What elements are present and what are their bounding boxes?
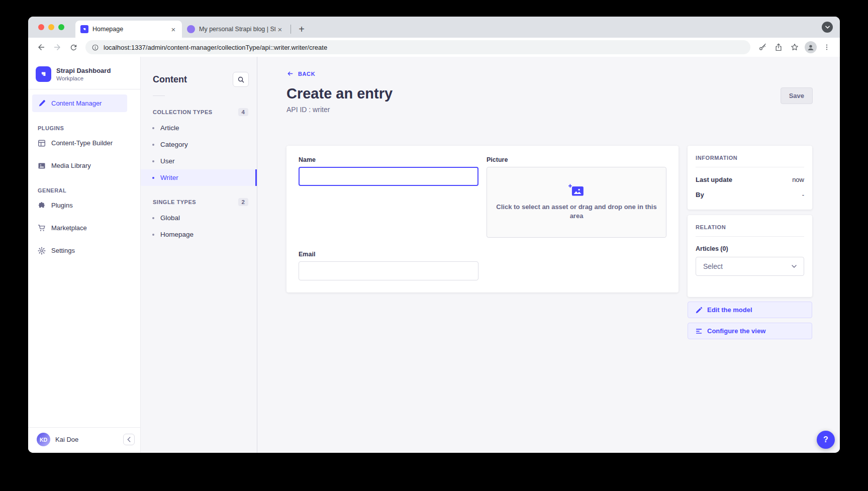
close-tab-icon[interactable]: × — [169, 25, 178, 34]
strapi-favicon-icon — [80, 25, 88, 33]
tab-title: Homepage — [92, 26, 169, 33]
back-button[interactable] — [34, 40, 48, 54]
single-type-global[interactable]: Global — [141, 210, 257, 226]
strapi-admin: Strapi Dashboard Workplace Content Manag… — [28, 57, 840, 453]
tab-separator — [291, 25, 291, 34]
browser-toolbar: localhost:1337/admin/content-manager/col… — [28, 38, 840, 57]
divider — [696, 167, 804, 167]
name-field: Name — [299, 156, 478, 238]
articles-relation-label: Articles (0) — [696, 245, 804, 252]
tab-title: My personal Strapi blog | Strap — [199, 26, 275, 33]
main-content: BACK Create an entry API ID : writer Sav… — [257, 57, 840, 453]
by-value: - — [802, 191, 804, 199]
collection-type-user[interactable]: User — [141, 153, 257, 169]
articles-select[interactable]: Select — [696, 257, 804, 276]
information-title: INFORMATION — [696, 155, 804, 161]
last-update-row: Last update now — [696, 176, 804, 183]
close-tab-icon[interactable]: × — [275, 25, 284, 34]
chevron-down-icon — [792, 265, 797, 268]
information-panel: INFORMATION Last update now By - — [688, 146, 812, 210]
bullet-icon — [152, 217, 154, 219]
browser-menu-icon[interactable] — [820, 40, 834, 54]
last-update-value: now — [792, 176, 804, 183]
name-input[interactable] — [299, 167, 478, 186]
page-title: Create an entry — [286, 85, 393, 102]
collection-types-count: 4 — [238, 108, 248, 116]
select-value: Select — [703, 262, 723, 270]
sidebar-item-settings[interactable]: Settings — [32, 242, 127, 259]
bullet-icon — [152, 160, 154, 162]
single-type-label: Homepage — [160, 231, 194, 238]
sidebar-item-label: Content Manager — [51, 100, 102, 107]
collapse-sidebar-button[interactable] — [123, 434, 135, 445]
sidebar-item-media-library[interactable]: Media Library — [32, 157, 127, 174]
user-avatar: KD — [37, 433, 50, 446]
bullet-icon — [152, 177, 154, 179]
help-button[interactable]: ? — [817, 431, 835, 449]
brand-title: Strapi Dashboard — [56, 67, 111, 75]
sidebar-item-label: Settings — [51, 247, 75, 254]
by-label: By — [696, 191, 704, 199]
divider — [153, 95, 165, 96]
sidebar-item-content-manager[interactable]: Content Manager — [32, 94, 127, 112]
subnav-title: Content — [153, 74, 187, 85]
back-link[interactable]: BACK — [286, 70, 315, 77]
sidebar-item-marketplace[interactable]: Marketplace — [32, 219, 127, 237]
save-button[interactable]: Save — [781, 87, 813, 104]
single-types-label: SINGLE TYPES — [153, 199, 196, 205]
password-key-icon[interactable] — [755, 40, 769, 54]
main-sidebar: Strapi Dashboard Workplace Content Manag… — [28, 57, 141, 453]
by-row: By - — [696, 191, 804, 199]
sidebar-section-general: GENERAL — [38, 187, 140, 193]
minimize-window-button[interactable] — [48, 24, 54, 30]
last-update-label: Last update — [696, 176, 732, 183]
configure-view-button[interactable]: Configure the view — [688, 323, 812, 339]
tab-search-button[interactable] — [822, 22, 833, 33]
pen-icon — [38, 100, 46, 108]
browser-tab-blog[interactable]: My personal Strapi blog | Strap × — [182, 21, 288, 38]
name-label: Name — [299, 156, 478, 163]
bullet-icon — [152, 234, 154, 236]
new-tab-button[interactable]: + — [295, 23, 308, 36]
url-text[interactable]: localhost:1337/admin/content-manager/col… — [104, 44, 327, 51]
single-type-homepage[interactable]: Homepage — [141, 226, 257, 243]
picture-field: Picture Click to select an asset or drag… — [487, 156, 666, 238]
strapi-logo-icon — [36, 66, 51, 82]
collection-type-writer[interactable]: Writer — [141, 169, 257, 186]
divider — [28, 89, 140, 89]
share-icon[interactable] — [771, 40, 786, 54]
sidebar-footer: KD Kai Doe — [28, 427, 140, 453]
right-panel-column: INFORMATION Last update now By - RELATIO… — [688, 146, 812, 339]
sidebar-item-label: Media Library — [51, 162, 91, 169]
forward-button[interactable] — [50, 40, 64, 54]
site-info-icon[interactable] — [91, 44, 99, 51]
back-label: BACK — [298, 71, 315, 77]
sidebar-item-content-type-builder[interactable]: Content-Type Builder — [32, 134, 127, 152]
picture-upload-dropzone[interactable]: Click to select an asset or drag and dro… — [487, 167, 666, 238]
maximize-window-button[interactable] — [58, 24, 64, 30]
brand-subtitle: Workplace — [56, 75, 111, 81]
relation-title: RELATION — [696, 224, 804, 230]
content-subnav: Content COLLECTION TYPES 4 Article Categ… — [141, 57, 257, 453]
collection-types-label: COLLECTION TYPES — [153, 109, 213, 115]
collection-type-label: User — [160, 157, 175, 165]
browser-profile-avatar[interactable] — [804, 40, 818, 54]
configure-lines-icon — [696, 328, 703, 335]
search-icon — [237, 76, 245, 83]
browser-tab-homepage[interactable]: Homepage × — [75, 21, 182, 38]
close-window-button[interactable] — [38, 24, 44, 30]
bookmark-star-icon[interactable] — [788, 40, 802, 54]
configure-view-label: Configure the view — [707, 327, 765, 335]
collection-type-label: Category — [160, 141, 188, 148]
reload-button[interactable] — [66, 40, 80, 54]
sidebar-section-plugins: PLUGINS — [38, 125, 140, 131]
bullet-icon — [152, 144, 154, 146]
collection-type-article[interactable]: Article — [141, 120, 257, 136]
address-bar[interactable]: localhost:1337/admin/content-manager/col… — [85, 40, 750, 54]
sidebar-item-plugins[interactable]: Plugins — [32, 197, 127, 214]
email-input[interactable] — [299, 261, 478, 280]
search-button[interactable] — [233, 72, 249, 87]
pencil-icon — [696, 307, 703, 314]
edit-model-button[interactable]: Edit the model — [688, 302, 812, 318]
collection-type-category[interactable]: Category — [141, 136, 257, 153]
